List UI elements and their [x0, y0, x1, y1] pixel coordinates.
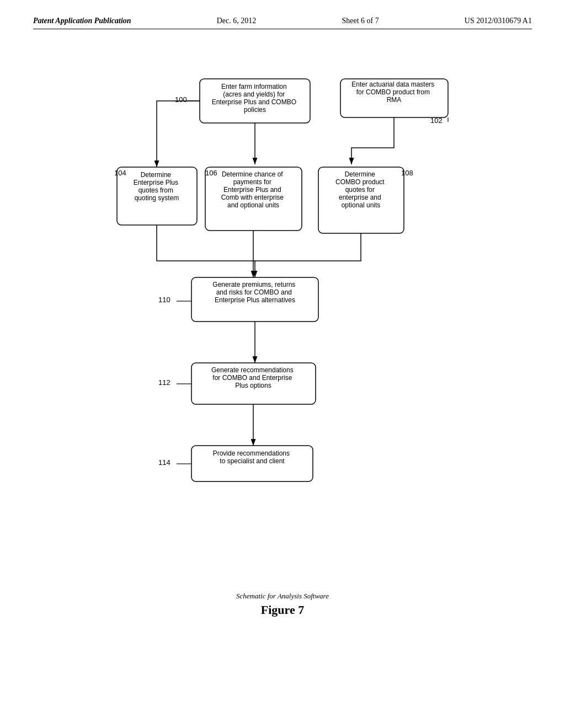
header-publication-label: Patent Application Publication: [33, 17, 131, 25]
caption-title: Figure 7: [33, 603, 532, 617]
figure-caption: Schematic for Analysis Software Figure 7: [33, 592, 532, 617]
page-header: Patent Application Publication Dec. 6, 2…: [33, 17, 532, 29]
caption-subtitle: Schematic for Analysis Software: [33, 592, 532, 601]
diagram-area: Enter farm information (acres and yields…: [33, 62, 532, 586]
arrow-100-to-104: [157, 101, 200, 167]
ref-100-label: 100: [175, 95, 187, 104]
node-104-text: Determine Enterprise Plus quotes from qu…: [134, 171, 180, 202]
ref-114-label: 114: [158, 458, 170, 467]
header-patent-number: US 2012/0310679 A1: [465, 17, 532, 25]
arrow-102-to-108: [351, 117, 394, 164]
node-102-text: Enter actuarial data masters for COMBO p…: [351, 81, 436, 104]
node-108-text: Determine COMBO product quotes for enter…: [335, 170, 386, 209]
node-114-text: Provide recommendations to specialist an…: [213, 449, 292, 465]
page: Patent Application Publication Dec. 6, 2…: [0, 0, 565, 728]
node-100-text: Enter farm information (acres and yields…: [212, 83, 299, 114]
node-106-text: Determine chance of payments for Enterpr…: [221, 170, 286, 209]
ref-102-label: 102: [430, 116, 443, 125]
ref-104-label: 104: [114, 169, 126, 177]
ref-108-label: 108: [401, 169, 413, 177]
ref-110-label: 110: [158, 296, 170, 304]
node-112-text: Generate recommendations for COMBO and E…: [211, 366, 295, 389]
ref-112-label: 112: [158, 378, 170, 387]
ref-106-label: 106: [205, 169, 217, 177]
flowchart-svg: Enter farm information (acres and yields…: [89, 62, 476, 586]
arrow-104-to-110: [157, 225, 255, 277]
header-date: Dec. 6, 2012: [217, 17, 257, 25]
node-110-text: Generate premiums, returns and risks for…: [212, 281, 297, 304]
header-sheet: Sheet 6 of 7: [342, 17, 379, 25]
arrow-108-to-110-path: [255, 233, 361, 261]
